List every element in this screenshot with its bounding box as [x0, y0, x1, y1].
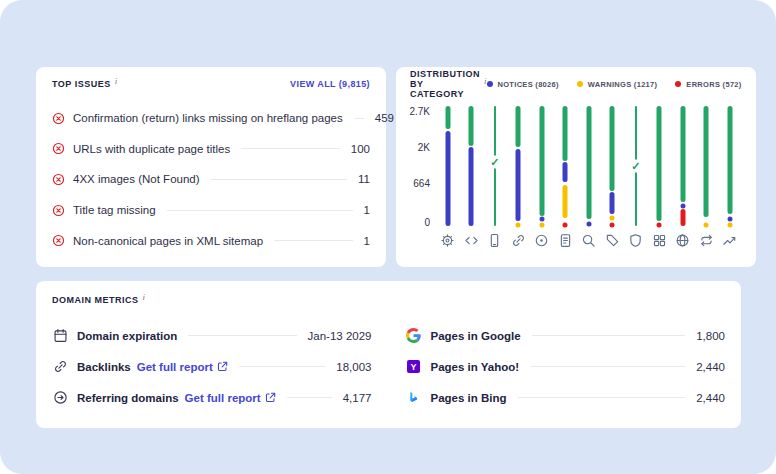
metric-value: Jan-13 2029: [308, 330, 372, 342]
metric-row: Backlinks Get full report 18,003: [52, 351, 372, 382]
warnings-dot-icon: [577, 81, 583, 87]
link-icon[interactable]: [507, 233, 531, 248]
issue-label[interactable]: 4XX images (Not Found): [73, 173, 200, 185]
passed-segment: [445, 106, 450, 129]
notices-dot-icon: [487, 81, 493, 87]
info-icon[interactable]: i: [484, 76, 487, 86]
chart-bar-shield[interactable]: ✓: [624, 106, 648, 226]
error-circle-icon: [52, 142, 65, 155]
leader-line: [287, 397, 332, 398]
issue-label[interactable]: Confirmation (return) links missing on h…: [73, 112, 343, 124]
notices-segment: [516, 149, 521, 221]
get-full-report-link[interactable]: Get full report: [185, 392, 276, 404]
legend-item-errors[interactable]: ERRORS (572): [675, 80, 741, 89]
notices-segment: [563, 162, 568, 182]
errors-dot: [563, 222, 568, 227]
notices-dot: [586, 222, 591, 227]
issue-label[interactable]: Non-canonical pages in XML sitemap: [73, 235, 263, 247]
chart-bar-mobile[interactable]: ✓: [483, 106, 507, 226]
metric-label: Pages in Yahoo!: [431, 361, 520, 373]
issue-count: 11: [358, 173, 370, 185]
issue-row[interactable]: Non-canonical pages in XML sitemap 1: [52, 225, 370, 256]
mobile-icon[interactable]: [483, 233, 507, 248]
gear-icon[interactable]: [436, 233, 460, 248]
search-icon[interactable]: [577, 233, 601, 248]
trend-up-icon[interactable]: [718, 233, 742, 248]
chart-bar-link[interactable]: [507, 106, 531, 226]
warnings-dot: [516, 222, 521, 227]
chart-body: 2.7K2K6640 ✓✓: [410, 106, 742, 226]
passed-segment: [610, 106, 615, 191]
notices-segment: [445, 131, 450, 226]
dashboard-layout: TOP ISSUES i VIEW ALL (9,815) Confirmati…: [36, 67, 741, 428]
issue-row[interactable]: Confirmation (return) links missing on h…: [52, 103, 370, 134]
metrics-right-column: Pages in Google 1,800 Y Pages in Yahoo! …: [406, 320, 726, 413]
metric-value: 2,440: [696, 361, 725, 373]
passed-segment: [563, 106, 568, 161]
chart-bar-grid[interactable]: [648, 106, 672, 226]
chart-bar-globe[interactable]: [671, 106, 695, 226]
chart-bar-document[interactable]: [554, 106, 578, 226]
distribution-panel: DISTRIBUTION BY CATEGORY i NOTICES (8026…: [396, 67, 756, 267]
notices-dot: [680, 204, 685, 209]
leader-line: [518, 397, 686, 398]
chart-bar-search[interactable]: [577, 106, 601, 226]
dashboard-background: TOP ISSUES i VIEW ALL (9,815) Confirmati…: [0, 0, 776, 474]
metric-row: Y Pages in Yahoo! 2,440: [406, 351, 726, 382]
issue-row[interactable]: Title tag missing 1: [52, 195, 370, 226]
view-all-link[interactable]: VIEW ALL (9,815): [290, 79, 370, 89]
passed-check-icon: ✓: [628, 160, 644, 173]
issue-label[interactable]: Title tag missing: [73, 204, 156, 216]
globe-icon[interactable]: [671, 233, 695, 248]
notices-segment: [469, 147, 474, 226]
chart-bar-gear[interactable]: [436, 106, 460, 226]
passed-segment: [680, 106, 685, 202]
info-icon[interactable]: i: [115, 76, 118, 86]
passed-segment: [469, 106, 474, 146]
metric-row: Referring domains Get full report 4,177: [52, 382, 372, 413]
chart-bar-trend-up[interactable]: [718, 106, 742, 226]
shield-icon[interactable]: [624, 233, 648, 248]
domain-metrics-title: DOMAIN METRICS: [52, 295, 139, 305]
chart-bar-tag[interactable]: [601, 106, 625, 226]
tag-icon[interactable]: [601, 233, 625, 248]
metric-value: 1,800: [696, 330, 725, 342]
leader-line: [239, 366, 326, 367]
metric-value: 4,177: [343, 392, 372, 404]
backlinks-icon: [52, 359, 68, 375]
top-issues-header: TOP ISSUES i VIEW ALL (9,815): [52, 77, 370, 91]
leader-line: [167, 210, 353, 211]
error-circle-icon: [52, 173, 65, 186]
refresh-icon[interactable]: [695, 233, 719, 248]
legend-item-warnings[interactable]: WARNINGS (1217): [577, 80, 658, 89]
target-icon[interactable]: [530, 233, 554, 248]
legend-item-notices[interactable]: NOTICES (8026): [487, 80, 559, 89]
error-circle-icon: [52, 234, 65, 247]
chart-bar-target[interactable]: [530, 106, 554, 226]
chart-plot: ✓✓: [436, 106, 742, 226]
passed-segment: [516, 106, 521, 147]
issue-row[interactable]: 4XX images (Not Found) 11: [52, 164, 370, 195]
metric-value: 18,003: [336, 361, 371, 373]
get-full-report-link[interactable]: Get full report: [137, 361, 228, 373]
issue-row[interactable]: URLs with duplicate page titles 100: [52, 134, 370, 165]
issue-label[interactable]: URLs with duplicate page titles: [73, 143, 230, 155]
grid-icon[interactable]: [648, 233, 672, 248]
warnings-dot: [610, 216, 615, 221]
document-icon[interactable]: [554, 233, 578, 248]
passed-check-icon: ✓: [487, 156, 503, 169]
code-icon[interactable]: [460, 233, 484, 248]
metric-label: Backlinks: [77, 361, 131, 373]
leader-line: [354, 118, 364, 119]
chart-bar-refresh[interactable]: [695, 106, 719, 226]
leader-line: [530, 366, 685, 367]
info-icon[interactable]: i: [143, 292, 146, 302]
y-axis-label: 0: [424, 217, 430, 228]
leader-line: [211, 179, 347, 180]
metrics-grid: Domain expiration Jan-13 2029 Backlinks …: [52, 320, 725, 413]
passed-segment: [586, 106, 591, 219]
yahoo-logo: Y: [406, 359, 422, 375]
issues-list: Confirmation (return) links missing on h…: [52, 103, 370, 256]
leader-line: [274, 240, 353, 241]
chart-bar-code[interactable]: [460, 106, 484, 226]
